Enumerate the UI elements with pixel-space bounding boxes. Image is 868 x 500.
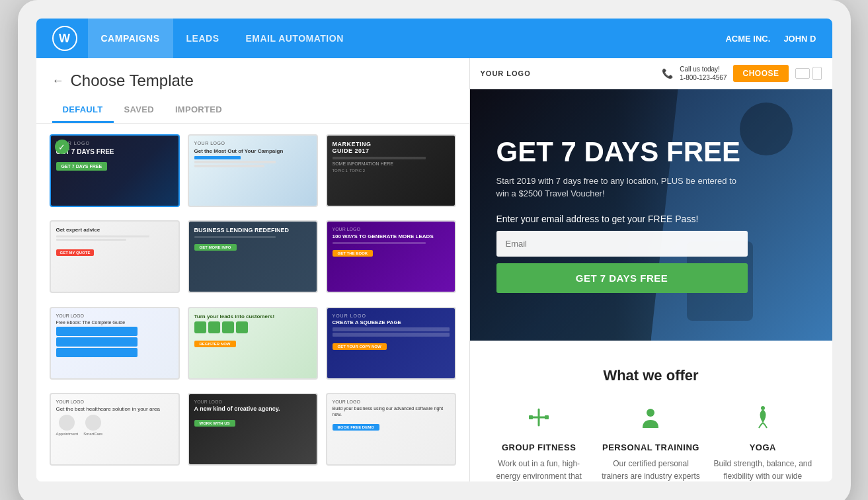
offer-title: What we offer [490,367,812,384]
right-panel: YOUR LOGO 📞 Call us today! 1-800-123-456… [470,58,832,481]
template-card-4[interactable]: Get expert advice GET MY QUOTE [50,220,180,293]
panel-header: ← Choose Template DEFAULT SAVED IMPORTED [36,58,469,124]
template-card-3[interactable]: MARKETINGGUIDE 2017 SOME INFORMATION HER… [326,134,456,207]
main-layout: ← Choose Template DEFAULT SAVED IMPORTED… [36,58,832,481]
navbar-right: ACME INC. JOHN D [725,34,816,44]
svg-point-5 [761,406,765,410]
offer-item-group-fitness: GROUP FITNESS Work out in a fun, high-en… [490,404,588,481]
template-card-9[interactable]: YOUR LOGO CREATE A SQUEEZE PAGE GET YOUR… [326,307,456,380]
svg-rect-3 [545,415,549,419]
offer-section: What we offer [470,341,832,481]
nav-email-automation[interactable]: EMAIL AUTOMATION [232,19,356,58]
hero-title: GET 7 DAYS FREE [496,137,748,167]
page-title: Choose Template [71,71,194,90]
nav-leads[interactable]: LEADS [173,19,233,58]
offer-grid: GROUP FITNESS Work out in a fun, high-en… [490,404,812,481]
tab-imported[interactable]: IMPORTED [165,98,233,123]
tab-default[interactable]: DEFAULT [52,98,114,123]
hero-subtitle: Start 2019 with 7 days free to any locat… [496,175,748,200]
user-name: JOHN D [783,34,816,44]
preview-header-right: 📞 Call us today! 1-800-123-4567 CHOOSE [662,65,821,82]
desktop-icon[interactable] [795,68,810,79]
template-card-2[interactable]: YOUR LOGO Get the Most Out of Your Campa… [188,134,318,207]
template-card-6[interactable]: YOUR LOGO 100 WAYS TO GENERATE MORE LEAD… [326,220,456,293]
nav-campaigns[interactable]: CAMPAIGNS [88,19,173,58]
template-card-12[interactable]: YOUR LOGO Build your business using our … [326,393,456,466]
svg-point-4 [647,409,654,417]
yoga-title: YOGA [713,442,812,452]
group-fitness-title: GROUP FITNESS [490,442,588,452]
screen: W CAMPAIGNS LEADS EMAIL AUTOMATION ACME … [36,19,832,481]
template-card-1[interactable]: ✓ YOUR LOGO GET 7 DAYS FREE GET 7 DAYS F… [50,134,180,207]
template-card-5[interactable]: BUSINESS LENDING REDEFINED GET MORE INFO [188,220,318,293]
template-card-11[interactable]: YOUR LOGO A new kind of creative agency.… [188,393,318,466]
hero-email-input[interactable] [496,231,748,257]
navbar: W CAMPAIGNS LEADS EMAIL AUTOMATION ACME … [36,19,832,58]
personal-training-title: PERSONAL TRAINING [602,442,700,452]
personal-training-desc: Our certified personal trainers are indu… [602,458,700,481]
company-name: ACME INC. [725,34,770,44]
back-row: ← Choose Template [52,71,454,90]
group-fitness-desc: Work out in a fun, high-energy environme… [490,458,588,481]
yoga-desc: Build strength, balance, and flexibility… [713,458,812,481]
back-button[interactable]: ← [52,74,64,88]
hero-cta-button[interactable]: GET 7 DAYS FREE [496,263,748,293]
preview-header: YOUR LOGO 📞 Call us today! 1-800-123-456… [470,58,832,89]
mobile-icon[interactable] [812,67,822,80]
offer-item-yoga: YOGA Build strength, balance, and flexib… [713,404,812,481]
device-icons [795,67,822,80]
preview-logo: YOUR LOGO [481,69,531,77]
choose-button[interactable]: CHOOSE [733,65,788,82]
app-logo[interactable]: W [52,26,77,51]
device-frame: W CAMPAIGNS LEADS EMAIL AUTOMATION ACME … [18,0,851,500]
phone-icon: 📞 [662,68,673,79]
call-info: Call us today! 1-800-123-4567 [680,65,727,82]
selected-check-icon: ✓ [55,140,69,154]
preview-hero: GET 7 DAYS FREE Start 2019 with 7 days f… [470,89,832,341]
hero-form-label: Enter your email address to get your FRE… [496,214,748,224]
template-grid: ✓ YOUR LOGO GET 7 DAYS FREE GET 7 DAYS F… [36,124,469,481]
template-card-10[interactable]: YOUR LOGO Get the best healthcare soluti… [50,393,180,466]
hero-content: GET 7 DAYS FREE Start 2019 with 7 days f… [496,137,748,292]
nav-menu: CAMPAIGNS LEADS EMAIL AUTOMATION [88,19,726,58]
svg-rect-2 [529,415,533,419]
left-panel: ← Choose Template DEFAULT SAVED IMPORTED… [36,58,470,481]
group-fitness-icon [490,404,588,436]
template-card-8[interactable]: Turn your leads into customers! REGISTER… [188,307,318,380]
yoga-icon [713,404,812,436]
offer-item-personal-training: PERSONAL TRAINING Our certified personal… [602,404,700,481]
personal-training-icon [602,404,700,436]
template-card-7[interactable]: YOUR LOGO Free Ebook: The Complete Guide [50,307,180,380]
tab-saved[interactable]: SAVED [114,98,165,123]
tabs-row: DEFAULT SAVED IMPORTED [52,98,454,123]
